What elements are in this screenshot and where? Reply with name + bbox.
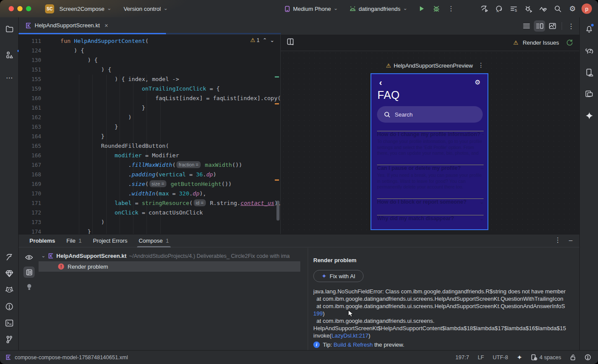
profiler-icon[interactable]	[536, 3, 550, 14]
code-line[interactable]: 167 .fillMaxWidth(fraction = maxWidth())	[19, 160, 280, 170]
apply-changes-icon[interactable]: A	[491, 3, 506, 14]
line-number[interactable]: 174	[19, 227, 41, 234]
code-line[interactable]: 155 ) { index, model ->	[19, 75, 280, 84]
line-number[interactable]: 167	[19, 160, 41, 170]
hammer-run-icon[interactable]	[477, 3, 491, 14]
run-configuration-selector[interactable]: datingandfriends ⌄	[349, 6, 407, 12]
code-view-icon[interactable]	[521, 20, 532, 32]
ui-check-mode-icon[interactable]	[287, 38, 294, 47]
build-hammer-icon[interactable]	[0, 249, 19, 265]
line-number[interactable]: 172	[19, 208, 41, 218]
structure-icon[interactable]	[0, 47, 19, 63]
gemini-sparkle-icon[interactable]	[580, 107, 598, 124]
stack-link[interactable]: LazyDsl.kt:217	[332, 332, 368, 339]
editor-tab[interactable]: HelpAndSupportScreen.kt ×	[21, 17, 113, 33]
tree-problem-row[interactable]: ! Render problem	[39, 261, 300, 272]
line-number[interactable]: 165	[19, 141, 41, 151]
file-encoding[interactable]: UTF-8	[493, 354, 508, 361]
project-folder-icon[interactable]	[0, 21, 19, 37]
tab-compose[interactable]: Compose1	[133, 234, 175, 247]
close-tab-icon[interactable]: ×	[104, 22, 108, 29]
scrollbar-thumb[interactable]	[276, 201, 280, 221]
code-line[interactable]: 174 }	[19, 227, 280, 234]
line-ending[interactable]: LF	[478, 354, 484, 361]
show-details-icon[interactable]	[23, 266, 35, 278]
code-line[interactable]: 162 )	[19, 113, 280, 122]
line-number[interactable]: 171	[19, 198, 41, 208]
phone-preview-frame[interactable]: ‹ ⚙ FAQ Search How do I change my profil…	[370, 73, 488, 230]
line-number[interactable]: 166	[19, 151, 41, 160]
fullscreen-window-button[interactable]	[26, 6, 31, 11]
refresh-icon[interactable]	[566, 39, 573, 46]
gradle-elephant-icon[interactable]	[580, 42, 598, 59]
code-line[interactable]: 130 ) {	[19, 55, 280, 65]
notifications-bell-icon[interactable]	[580, 21, 598, 37]
attach-debugger-icon[interactable]	[521, 3, 536, 14]
code-line[interactable]: 171 label = stringResource(id = R.string…	[19, 198, 280, 208]
code-line[interactable]: 170 .widthIn(max = 320.dp),	[19, 189, 280, 198]
code-line[interactable]: 111 fun HelpAndSupportContent(	[19, 36, 280, 46]
line-number[interactable]: 163	[19, 122, 41, 132]
running-devices-icon[interactable]	[580, 86, 598, 102]
vcs-menu[interactable]: Version control ⌄	[124, 6, 168, 12]
code-line[interactable]: 151 ) {	[19, 65, 280, 75]
line-number[interactable]: 124	[19, 46, 41, 55]
build-refresh-link[interactable]: Build & Refresh	[334, 341, 373, 348]
code-line[interactable]: 168 .padding(vertical = 36.dp)	[19, 170, 280, 179]
code-line[interactable]: 166 modifier = Modifier	[19, 151, 280, 160]
terminal-icon[interactable]	[0, 315, 19, 331]
line-number[interactable]: 170	[19, 189, 41, 198]
render-issues-label[interactable]: Render Issues	[523, 39, 559, 46]
prev-problem-icon[interactable]: ⌃	[263, 37, 267, 43]
preview-eye-icon[interactable]	[23, 252, 35, 263]
stack-link[interactable]: 199	[313, 310, 323, 317]
more-run-actions-kebab[interactable]: ⋮	[444, 3, 458, 14]
caret-position[interactable]: 197:7	[455, 354, 469, 361]
run-button[interactable]	[414, 3, 429, 14]
settings-gear-icon[interactable]: ⚙	[565, 3, 580, 14]
user-avatar[interactable]: p	[582, 3, 592, 14]
line-number[interactable]: 111	[19, 36, 41, 46]
minimize-window-button[interactable]	[17, 6, 23, 11]
tree-file-row[interactable]: ⌄ HelpAndSupportScreen.kt ~/AndroidStudi…	[38, 251, 307, 261]
code-line[interactable]: 161 }	[19, 103, 280, 113]
line-number[interactable]: 173	[19, 218, 41, 227]
panel-options-kebab[interactable]: ⋮	[555, 236, 561, 244]
inspection-widget[interactable]: ⚠1 ⌃ ⌄	[250, 37, 274, 43]
editor-options-kebab[interactable]: ⋮	[566, 20, 577, 32]
line-number[interactable]: 161	[19, 103, 41, 113]
line-number[interactable]: 130	[19, 55, 41, 65]
design-view-icon[interactable]	[547, 20, 558, 32]
problems-icon[interactable]	[0, 298, 19, 315]
code-line[interactable]: 173 )	[19, 218, 280, 227]
alert-circle-icon[interactable]	[585, 354, 591, 361]
ai-sparkle-icon[interactable]: ✦	[517, 354, 522, 361]
line-number[interactable]: 162	[19, 113, 41, 122]
project-menu[interactable]: Screen2Compose ⌄	[59, 6, 111, 12]
lock-open-icon[interactable]	[570, 354, 576, 361]
line-number[interactable]: 151	[19, 65, 41, 75]
code-line[interactable]: 124 ) {	[19, 46, 280, 55]
line-number[interactable]: 160	[19, 94, 41, 103]
chevron-down-icon[interactable]: ⌄	[41, 253, 46, 259]
line-number[interactable]: 159	[19, 84, 41, 94]
line-number[interactable]: 169	[19, 179, 41, 189]
tab-problems[interactable]: Problems	[24, 234, 61, 247]
lightbulb-icon[interactable]	[23, 281, 35, 292]
code-line[interactable]: 165 RoundedFilledButton(	[19, 141, 280, 151]
code-line[interactable]: 163 }	[19, 122, 280, 132]
code-line[interactable]: 164 }	[19, 132, 280, 141]
logcat-cat-icon[interactable]	[0, 282, 19, 298]
debug-button[interactable]	[429, 3, 444, 14]
search-icon[interactable]	[550, 3, 565, 14]
app-insights-gem-icon[interactable]	[0, 265, 19, 282]
split-view-icon[interactable]	[534, 20, 545, 32]
code-line[interactable]: 160 faqList[index] = faqList[index].copy…	[19, 94, 280, 103]
tab-file[interactable]: File1	[61, 234, 87, 247]
preview-title-row[interactable]: ⚠ HelpAndSupportScreenPreview ⋮	[370, 62, 488, 69]
close-window-button[interactable]	[9, 6, 14, 11]
code-editor[interactable]: 111 fun HelpAndSupportContent(124 ) {130…	[19, 35, 281, 234]
version-control-branch-icon[interactable]	[0, 331, 19, 348]
hide-panel-icon[interactable]: –	[569, 236, 572, 244]
list-lines-icon[interactable]: 5	[506, 3, 521, 14]
